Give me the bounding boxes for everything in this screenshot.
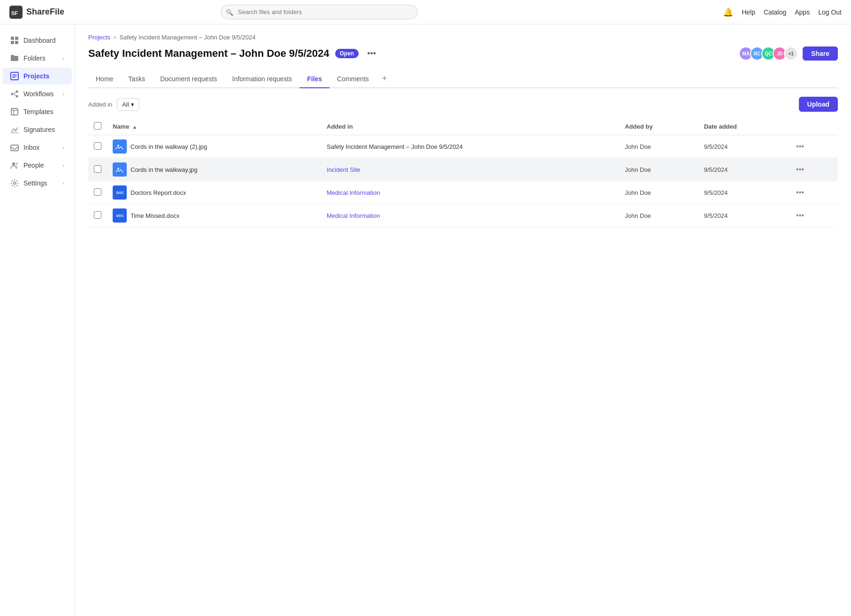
svg-text:DOC: DOC <box>116 214 124 217</box>
svg-point-18 <box>117 168 119 169</box>
sidebar-item-folders[interactable]: Folders › <box>3 50 72 67</box>
svg-point-14 <box>14 182 16 185</box>
sidebar-item-projects[interactable]: Projects <box>3 68 72 85</box>
breadcrumb-current: Safety Incident Management – John Doe 9/… <box>120 34 256 41</box>
svg-point-7 <box>11 93 14 95</box>
tab-document-requests[interactable]: Document requests <box>153 70 224 88</box>
search-input[interactable] <box>221 5 418 19</box>
svg-point-9 <box>16 95 18 98</box>
file-icon-name: Cords in the walkway.jpg <box>113 162 315 177</box>
sidebar-projects-label: Projects <box>23 72 64 80</box>
svg-rect-10 <box>11 108 18 115</box>
added-in-link[interactable]: Incident Site <box>327 166 360 173</box>
breadcrumb-parent[interactable]: Projects <box>88 34 110 41</box>
notifications-icon[interactable]: 🔔 <box>723 7 733 17</box>
sidebar-item-settings[interactable]: Settings › <box>3 175 72 192</box>
svg-rect-2 <box>11 37 14 40</box>
files-table: Name ▲ Added in Added by Date added Cord… <box>88 118 838 227</box>
svg-point-13 <box>15 162 17 164</box>
row-more-button[interactable]: ••• <box>793 164 807 175</box>
catalog-link[interactable]: Catalog <box>764 8 786 16</box>
date-added-cell: 9/5/2024 <box>698 181 788 204</box>
sidebar-item-dashboard[interactable]: Dashboard <box>3 32 72 49</box>
chevron-right-icon: › <box>62 180 64 186</box>
breadcrumb: Projects > Safety Incident Management – … <box>88 34 838 41</box>
sidebar-inbox-label: Inbox <box>23 144 58 151</box>
projects-icon <box>10 72 19 80</box>
added-by-cell: John Doe <box>619 135 698 158</box>
date-added-cell: 9/5/2024 <box>698 135 788 158</box>
app-logo[interactable]: SF ShareFile <box>9 6 64 19</box>
added-in-cell: Incident Site <box>321 158 619 181</box>
added-by-cell: John Doe <box>619 158 698 181</box>
svg-text:DOC: DOC <box>116 191 124 194</box>
sidebar-workflows-label: Workflows <box>23 90 58 98</box>
file-thumbnail <box>113 139 127 154</box>
row-checkbox[interactable] <box>94 211 101 219</box>
sort-asc-icon: ▲ <box>132 124 137 130</box>
row-more-button[interactable]: ••• <box>793 210 807 221</box>
select-all-checkbox[interactable] <box>94 122 101 130</box>
row-more-button[interactable]: ••• <box>793 141 807 152</box>
file-thumbnail: DOC <box>113 185 127 200</box>
added-in-link[interactable]: Medical Information <box>327 212 380 219</box>
row-checkbox[interactable] <box>94 165 101 173</box>
avatar-extra-count: +1 <box>784 46 798 61</box>
file-name: Cords in the walkway (2).jpg <box>130 143 207 150</box>
signatures-icon <box>10 125 19 134</box>
breadcrumb-separator: > <box>113 34 117 41</box>
added-in-column-header: Added in <box>321 118 619 135</box>
tab-information-requests[interactable]: Information requests <box>225 70 300 88</box>
filter-label: Added in <box>88 101 112 108</box>
row-more-button[interactable]: ••• <box>793 187 807 198</box>
logout-link[interactable]: Log Out <box>818 8 842 16</box>
app-name: ShareFile <box>26 7 64 17</box>
name-column-header[interactable]: Name ▲ <box>107 118 321 135</box>
sidebar: Dashboard Folders › Projects Workflows › <box>0 24 75 616</box>
sidebar-item-people[interactable]: People › <box>3 157 72 174</box>
added-in-text: Safety Incident Management – John Doe 9/… <box>327 143 463 150</box>
sidebar-item-signatures[interactable]: Signatures <box>3 121 72 138</box>
sidebar-item-workflows[interactable]: Workflows › <box>3 85 72 102</box>
table-row: Cords in the walkway.jpg Incident Site J… <box>88 158 838 181</box>
more-options-button[interactable]: ••• <box>364 48 379 60</box>
file-thumbnail: DOC <box>113 208 127 223</box>
share-button[interactable]: Share <box>803 46 838 61</box>
chevron-right-icon: › <box>62 55 64 61</box>
people-icon <box>10 161 19 169</box>
tab-comments[interactable]: Comments <box>330 70 376 88</box>
table-row: DOC Doctors Report.docx Medical Informat… <box>88 181 838 204</box>
search-area: 🔍 <box>221 5 418 19</box>
templates-icon <box>10 108 19 116</box>
upload-button[interactable]: Upload <box>799 97 838 112</box>
tab-files[interactable]: Files <box>299 70 330 88</box>
tab-home[interactable]: Home <box>88 70 121 88</box>
workflows-icon <box>10 90 19 98</box>
svg-rect-3 <box>15 37 18 40</box>
chevron-down-icon: ▾ <box>131 101 134 108</box>
tab-tasks[interactable]: Tasks <box>121 70 153 88</box>
svg-point-8 <box>16 91 18 93</box>
sidebar-item-inbox[interactable]: Inbox › <box>3 139 72 156</box>
dashboard-icon <box>10 36 19 45</box>
row-checkbox[interactable] <box>94 188 101 196</box>
sidebar-dashboard-label: Dashboard <box>23 37 64 44</box>
page-title: Safety Incident Management – John Doe 9/… <box>88 47 330 60</box>
sidebar-signatures-label: Signatures <box>23 126 64 133</box>
file-name: Cords in the walkway.jpg <box>130 166 198 173</box>
add-tab-button[interactable]: + <box>376 70 393 88</box>
apps-link[interactable]: Apps <box>795 8 810 16</box>
inbox-icon <box>10 143 19 152</box>
file-name: Time Missed.docx <box>130 212 179 219</box>
file-thumbnail <box>113 162 127 177</box>
select-all-header <box>88 118 107 135</box>
sharefile-logo-icon: SF <box>9 6 23 19</box>
added-in-cell: Safety Incident Management – John Doe 9/… <box>321 135 619 158</box>
row-checkbox[interactable] <box>94 142 101 150</box>
settings-icon <box>10 179 19 187</box>
sidebar-item-templates[interactable]: Templates <box>3 103 72 120</box>
help-link[interactable]: Help <box>742 8 755 16</box>
added-in-link[interactable]: Medical Information <box>327 189 380 196</box>
date-added-cell: 9/5/2024 <box>698 158 788 181</box>
filter-select[interactable]: All ▾ <box>117 98 139 111</box>
